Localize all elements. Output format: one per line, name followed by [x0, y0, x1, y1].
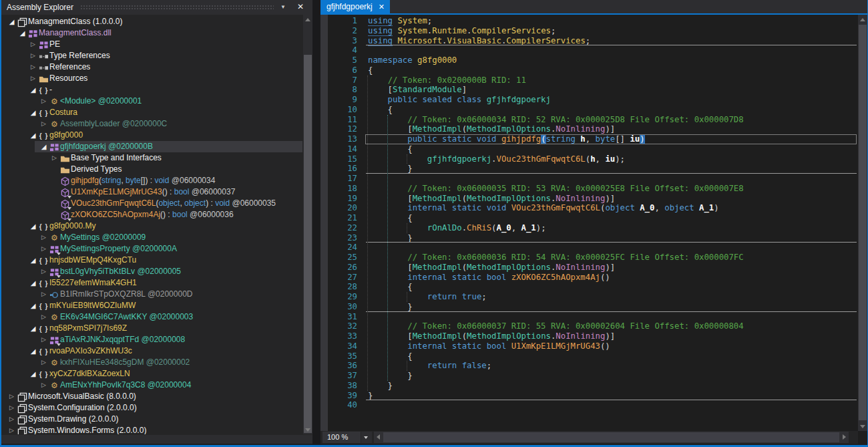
tree-expander-icon[interactable]: ▷: [28, 50, 38, 61]
code-line[interactable]: 6{: [320, 65, 858, 76]
code-line[interactable]: 18 // Token: 0x06000035 RID: 53 RVA: 0x0…: [320, 184, 858, 194]
tree-expander-icon[interactable]: ◢: [28, 323, 38, 334]
tree-item[interactable]: ◢{ }I55227efemWmaK4GH1: [1, 277, 302, 289]
tree-expander-icon[interactable]: ◢: [28, 220, 38, 232]
code-line[interactable]: 20 internal static void VOuc23thGmFqwqtC…: [320, 203, 858, 213]
code-line[interactable]: 39}: [320, 391, 858, 401]
editor-horizontal-scrollbar[interactable]: [374, 432, 849, 443]
zoom-dropdown-button[interactable]: [361, 432, 372, 443]
tree-expander-icon[interactable]: ◢: [39, 141, 49, 152]
scroll-right-button[interactable]: [839, 432, 849, 442]
tree-item[interactable]: zXOKO6ZC5hAOpxm4Aj() : bool @06000036: [1, 209, 302, 220]
tree-item[interactable]: ▷References: [1, 61, 302, 73]
code-line[interactable]: 7 // Token: 0x0200000B RID: 11: [320, 76, 858, 86]
tree-item[interactable]: ▷Type References: [1, 50, 302, 61]
code-line[interactable]: 34 internal static bool U1XmKpE1LMGjMrUG…: [320, 341, 858, 351]
tree-expander-icon[interactable]: ▷: [7, 402, 17, 414]
code-line[interactable]: 38 }: [320, 381, 858, 391]
tree-item[interactable]: ◢{ }nq58PxmSPI7j7Is69Z: [1, 323, 302, 334]
code-line[interactable]: 35 {: [320, 351, 858, 361]
code-line[interactable]: 9 public sealed class gfjhfdgpoerkj: [320, 95, 858, 105]
tree-expander-icon[interactable]: ◢: [28, 368, 38, 380]
tree-item[interactable]: Derived Types: [1, 164, 302, 175]
tree-item[interactable]: ▷PE: [1, 39, 302, 50]
tree-item[interactable]: ▷Base Type and Interfaces: [1, 152, 302, 164]
scroll-up-button[interactable]: [858, 15, 867, 24]
tree-item[interactable]: VOuc23thGmFqwqtC6L(object, object) : voi…: [1, 198, 302, 209]
tree-item[interactable]: ◢{ }g8fg0000.My: [1, 220, 302, 232]
code-line[interactable]: 15 gfjhfdgpoerkj.VOuc23thGmFqwqtC6L(h, i…: [320, 154, 858, 164]
code-line[interactable]: 16 }: [320, 164, 858, 174]
tree-item[interactable]: U1XmKpE1LMGjMrUG43() : bool @06000037: [1, 186, 302, 198]
code-line[interactable]: 14 {: [320, 144, 858, 154]
tree-expander-icon[interactable]: ◢: [28, 107, 38, 118]
tree-item[interactable]: ◢{ }-: [1, 84, 302, 96]
editor-scrollbar-thumb[interactable]: [859, 25, 867, 420]
tab-close-icon[interactable]: ✕: [379, 0, 385, 13]
code-line[interactable]: 32 // Token: 0x06000037 RID: 55 RVA: 0x0…: [320, 321, 858, 331]
code-line[interactable]: 5namespace g8fg0000: [320, 55, 858, 65]
tree-item[interactable]: ▷⚙AmENxYhhPovIk7q3C8 @02000004: [1, 380, 302, 391]
code-line[interactable]: 31: [320, 312, 858, 322]
tree-item[interactable]: ◢{ }rvoaPAXIo3vZKhWU3c: [1, 345, 302, 357]
tree-expander-icon[interactable]: ◢: [28, 130, 38, 141]
tree-item[interactable]: ◢{ }xyCxZ7dklBXaZoexLN: [1, 368, 302, 380]
tree-item[interactable]: ◢{ }mKYuiEB9ltW6OZIuMW: [1, 300, 302, 311]
tree-expander-icon[interactable]: ◢: [28, 84, 38, 96]
tree-expander-icon[interactable]: ◢: [28, 277, 38, 289]
code-line[interactable]: 19 [MethodImpl(MethodImplOptions.NoInlin…: [320, 194, 858, 204]
tree-expander-icon[interactable]: ◢: [7, 16, 17, 27]
code-line[interactable]: 25 // Token: 0x06000036 RID: 54 RVA: 0x0…: [320, 253, 858, 263]
code-line[interactable]: 13 public static void gihjpdfg(string h,…: [320, 134, 858, 144]
code-line[interactable]: 22 rOnAlDo.ChRiS(A_0, A_1);: [320, 223, 858, 233]
tree-item[interactable]: ▷Resources: [1, 73, 302, 84]
zoom-level-select[interactable]: 100 %: [322, 432, 361, 443]
tree-expander-icon[interactable]: ▷: [28, 39, 38, 50]
code-line[interactable]: 36 return false;: [320, 361, 858, 371]
code-line[interactable]: 30 }: [320, 302, 858, 312]
tree-expander-icon[interactable]: ▷: [39, 232, 49, 243]
tree-expander-icon[interactable]: ▷: [39, 118, 49, 130]
tree-item[interactable]: ▷⚙MySettings @02000009: [1, 232, 302, 243]
code-line[interactable]: 27 internal static bool zXOKO6ZC5hAOpxm4…: [320, 273, 858, 283]
code-editor[interactable]: 1using System;2using System.Runtime.Comp…: [320, 15, 858, 431]
code-line[interactable]: 1using System;: [320, 16, 858, 26]
code-line[interactable]: 10 {: [320, 105, 858, 115]
tree-expander-icon[interactable]: ▷: [28, 73, 38, 84]
tree-expander-icon[interactable]: ◢: [17, 27, 27, 39]
panel-splitter[interactable]: [312, 0, 320, 445]
tree-item[interactable]: ▷⚙AssemblyLoader @0200000C: [1, 118, 302, 130]
tree-expander-icon[interactable]: ▷: [39, 243, 49, 255]
code-line[interactable]: 21 {: [320, 213, 858, 223]
editor-vertical-scrollbar[interactable]: [858, 15, 867, 431]
tree-item[interactable]: ◢gfjhfdgpoerkj @0200000B: [1, 141, 302, 152]
tree-item[interactable]: ▷System.Drawing (2.0.0.0): [1, 414, 302, 425]
code-line[interactable]: 40: [320, 400, 858, 410]
code-line[interactable]: 3using Microsoft.VisualBasic.CompilerSer…: [320, 36, 858, 46]
tree-item[interactable]: ◢{ }g8fg0000: [1, 130, 302, 141]
tree-item[interactable]: gihjpdfg(string, byte[]) : void @0600003…: [1, 175, 302, 186]
tree-item[interactable]: ▷B1IRmIkrSTpOXQZR8L @0200000D: [1, 289, 302, 300]
code-line[interactable]: 26 [MethodImpl(MethodImplOptions.NoInlin…: [320, 263, 858, 273]
tree-item[interactable]: ▷⚙kxhFIXuHEe348c5gDM @02000002: [1, 357, 302, 368]
tree-expander-icon[interactable]: ▷: [7, 425, 17, 434]
tree-expander-icon[interactable]: ◢: [28, 345, 38, 357]
tree-item[interactable]: ◢ManagmentClass (1.0.0.0): [1, 16, 302, 27]
scroll-down-button[interactable]: [858, 422, 867, 431]
tree-expander-icon[interactable]: ▷: [39, 357, 49, 368]
tree-expander-icon[interactable]: ◢: [28, 255, 38, 266]
code-line[interactable]: 2using System.Runtime.CompilerServices;: [320, 26, 858, 36]
tree-scrollbar-thumb[interactable]: [304, 55, 312, 433]
tree-item[interactable]: ◢{ }hnjsdbWEMpQ4KxgCTu: [1, 255, 302, 266]
tree-vertical-scrollbar[interactable]: [303, 15, 312, 434]
tree-item[interactable]: ◢{ }Costura: [1, 107, 302, 118]
tree-expander-icon[interactable]: ▷: [39, 334, 49, 345]
code-line[interactable]: 12 [MethodImpl(MethodImplOptions.NoInlin…: [320, 124, 858, 134]
tree-item[interactable]: ▷bstL0gVhy5iTbKtBLv @02000005: [1, 266, 302, 277]
tree-item[interactable]: ▷aTiAxRJNKJxqqptTFd @02000008: [1, 334, 302, 345]
tree-item[interactable]: ◢ManagmentClass.dll: [1, 27, 302, 39]
tree-item[interactable]: ▷System.Windows.Forms (2.0.0.0): [1, 425, 302, 434]
tab-gfjhfdgpoerkj[interactable]: gfjhfdgpoerkj✕: [320, 0, 390, 13]
tree-expander-icon[interactable]: ▷: [28, 61, 38, 73]
tree-expander-icon[interactable]: ▷: [7, 414, 17, 425]
